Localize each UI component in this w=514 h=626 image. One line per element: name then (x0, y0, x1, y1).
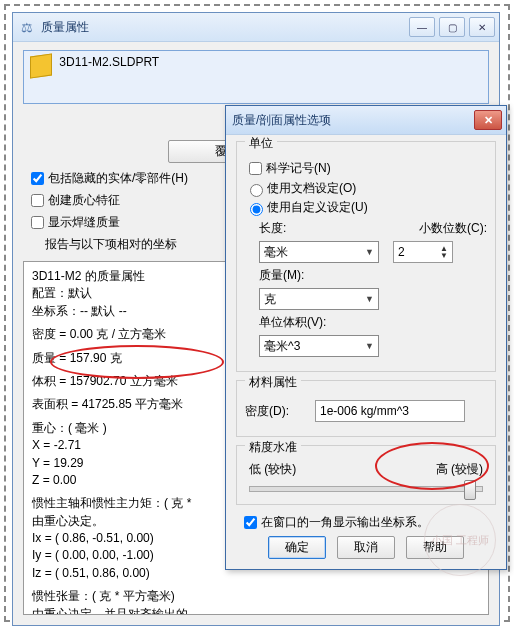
chevron-down-icon: ▼ (365, 247, 374, 257)
close-button[interactable]: ✕ (469, 17, 495, 37)
group-material-title: 材料属性 (245, 374, 301, 391)
minimize-button[interactable]: — (409, 17, 435, 37)
decimals-label: 小数位数(C): (419, 220, 487, 237)
window-title: 质量属性 (41, 19, 405, 36)
result-line: 由重心决定，并且对齐输出的 (32, 606, 480, 615)
help-button[interactable]: 帮助 (406, 536, 464, 559)
group-accuracy-title: 精度水准 (245, 439, 301, 456)
chk-create-com-box[interactable] (31, 194, 44, 207)
density-input[interactable]: 1e-006 kg/mm^3 (315, 400, 465, 422)
group-accuracy: 精度水准 低 (较快) 高 (较慢) (236, 445, 496, 505)
mass-label: 质量(M): (259, 267, 487, 284)
accuracy-slider[interactable] (249, 486, 483, 492)
slider-thumb[interactable] (464, 480, 476, 500)
chevron-down-icon: ▼ (365, 294, 374, 304)
file-name: 3D11-M2.SLDPRT (59, 55, 159, 69)
dlg-titlebar: 质量/剖面属性选项 ✕ (226, 106, 506, 135)
decimals-spinner[interactable]: 2▲▼ (393, 241, 453, 263)
app-icon: ⚖ (19, 19, 35, 35)
maximize-button[interactable]: ▢ (439, 17, 465, 37)
options-dialog: 质量/剖面属性选项 ✕ 单位 科学记号(N) 使用文档设定(O) 使用自定义设定… (225, 105, 507, 570)
dlg-close-button[interactable]: ✕ (474, 110, 502, 130)
rad-scientific[interactable]: 科学记号(N) (245, 159, 487, 178)
ok-button[interactable]: 确定 (268, 536, 326, 559)
chk-show-coord-corner[interactable]: 在窗口的一角显示输出坐标系。 (240, 513, 496, 532)
part-icon (30, 53, 52, 78)
density-label: 密度(D): (245, 403, 315, 420)
spinner-arrows-icon: ▲▼ (440, 245, 448, 259)
chk-weld-mass-box[interactable] (31, 216, 44, 229)
group-material: 材料属性 密度(D): 1e-006 kg/mm^3 (236, 380, 496, 437)
length-label: 长度: (259, 220, 313, 237)
titlebar: ⚖ 质量属性 — ▢ ✕ (13, 13, 499, 42)
rad-custom[interactable]: 使用自定义设定(U) (245, 199, 487, 216)
rad-document[interactable]: 使用文档设定(O) (245, 180, 487, 197)
volume-select[interactable]: 毫米^3▼ (259, 335, 379, 357)
group-units: 单位 科学记号(N) 使用文档设定(O) 使用自定义设定(U) 长度: 小数位数… (236, 141, 496, 372)
mass-select[interactable]: 克▼ (259, 288, 379, 310)
group-units-title: 单位 (245, 135, 277, 152)
length-select[interactable]: 毫米▼ (259, 241, 379, 263)
chk-include-hidden-box[interactable] (31, 172, 44, 185)
chevron-down-icon: ▼ (365, 341, 374, 351)
file-field[interactable]: 3D11-M2.SLDPRT (23, 50, 489, 104)
volume-label: 单位体积(V): (259, 314, 487, 331)
result-line: 惯性张量：( 克 * 平方毫米) (32, 588, 480, 605)
accuracy-low-label: 低 (较快) (249, 461, 296, 478)
cancel-button[interactable]: 取消 (337, 536, 395, 559)
dlg-title: 质量/剖面属性选项 (232, 112, 474, 129)
accuracy-high-label: 高 (较慢) (436, 461, 483, 478)
